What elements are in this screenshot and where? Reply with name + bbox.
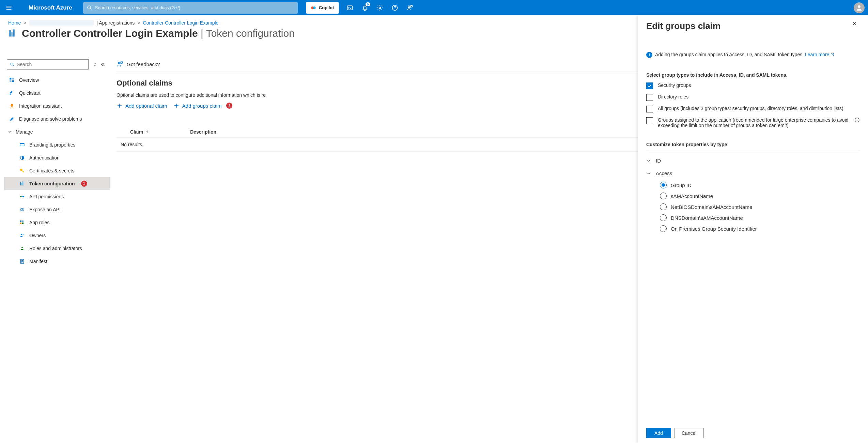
copilot-button[interactable]: Copilot — [306, 2, 339, 14]
svg-point-4 — [379, 7, 381, 9]
hamburger-menu[interactable] — [2, 1, 16, 15]
hamburger-icon — [5, 4, 12, 11]
copilot-label: Copilot — [319, 5, 334, 10]
global-search-input[interactable] — [95, 5, 294, 10]
svg-point-7 — [858, 5, 860, 7]
svg-point-2 — [313, 6, 315, 9]
top-header: Microsoft Azure Copilot 6 — [0, 0, 868, 15]
copilot-icon — [311, 5, 316, 11]
search-icon — [87, 5, 92, 11]
top-icon-group: 6 — [343, 1, 417, 15]
person-feedback-icon — [406, 4, 413, 11]
user-avatar[interactable] — [854, 2, 865, 13]
svg-point-6 — [408, 6, 410, 7]
cloud-shell-icon — [346, 4, 353, 11]
help-button[interactable] — [388, 1, 402, 15]
svg-rect-3 — [347, 6, 352, 10]
cloud-shell-button[interactable] — [343, 1, 357, 15]
gear-icon — [376, 4, 383, 11]
avatar-icon — [855, 4, 863, 12]
help-icon — [391, 4, 398, 11]
settings-button[interactable] — [373, 1, 387, 15]
notifications-button[interactable]: 6 — [358, 1, 372, 15]
global-search[interactable] — [83, 2, 298, 14]
svg-point-0 — [88, 6, 91, 9]
feedback-button[interactable] — [403, 1, 417, 15]
notification-count-badge: 6 — [366, 2, 370, 6]
brand-label[interactable]: Microsoft Azure — [18, 4, 80, 11]
